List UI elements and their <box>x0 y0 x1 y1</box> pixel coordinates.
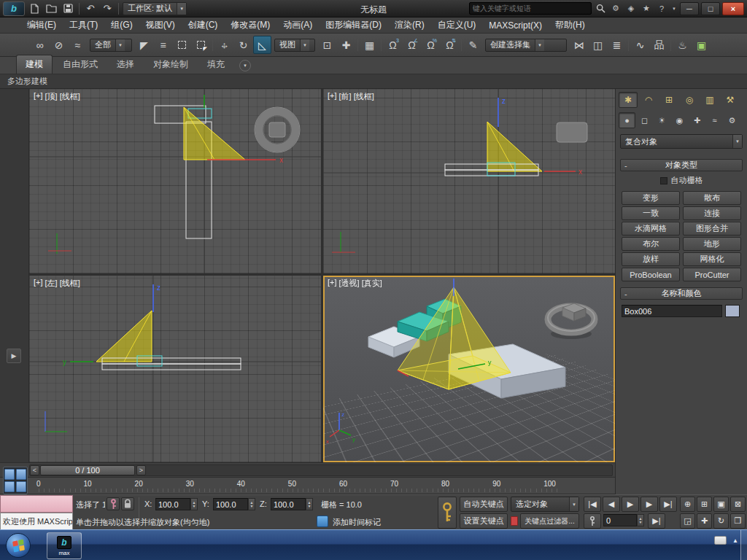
angle-snap-toggle-button[interactable]: Ω∠ <box>403 36 421 54</box>
object-category-dropdown[interactable]: 复合对象 ▼ <box>620 134 743 149</box>
helpers-category-button[interactable]: ✚ <box>689 112 705 128</box>
viewport-shading-button[interactable]: [真实] <box>362 278 382 289</box>
modify-panel-tab[interactable]: ◠ <box>639 92 658 108</box>
maxscript-mini-listener[interactable]: 欢迎使用 MAXScript <box>0 513 73 530</box>
select-by-name-button[interactable]: ≡ <box>154 36 172 54</box>
open-file-button[interactable] <box>44 1 58 16</box>
object-type-button[interactable]: 布尔 <box>622 237 680 251</box>
undo-button[interactable]: ↶ <box>83 1 98 16</box>
maximize-button[interactable]: □ <box>701 2 720 15</box>
rendered-frame-window-button[interactable]: ▣ <box>692 36 711 54</box>
viewport-shading-button[interactable]: [线框] <box>354 91 374 102</box>
select-and-move-button[interactable]: ↔↕ <box>215 36 233 54</box>
object-type-button[interactable]: 连接 <box>683 206 741 220</box>
application-menu-button[interactable]: b <box>3 1 25 16</box>
object-type-button[interactable]: ProCutter <box>683 268 741 281</box>
object-type-rollout-header[interactable]: - 对象类型 <box>620 159 743 171</box>
ribbon-tab-selection[interactable]: 选择 <box>108 55 143 74</box>
utilities-panel-tab[interactable]: ⚒ <box>721 92 740 108</box>
display-panel-tab[interactable]: ▥ <box>700 92 719 108</box>
help-chevron-icon[interactable]: ▼ <box>670 2 678 15</box>
lights-category-button[interactable]: ☀ <box>654 112 670 128</box>
menu-item[interactable]: 创建(C) <box>182 17 225 34</box>
render-setup-button[interactable]: ♨ <box>673 36 692 54</box>
save-file-button[interactable] <box>61 1 75 16</box>
schematic-view-button[interactable]: 品 <box>650 36 668 54</box>
systems-category-button[interactable]: ⚙ <box>724 112 740 128</box>
set-key-mode-button[interactable]: 设置关键点 <box>460 513 508 529</box>
touch-keyboard-icon[interactable] <box>714 536 727 545</box>
next-frame-button[interactable]: ▶ <box>640 497 658 512</box>
time-tag-icon[interactable] <box>317 516 328 527</box>
object-type-button[interactable]: 放样 <box>622 252 680 266</box>
play-animation-button[interactable]: ▶ <box>622 497 639 512</box>
polygon-modeling-panel-label[interactable]: 多边形建模 <box>7 76 47 87</box>
next-frame-arrow[interactable]: > <box>136 465 146 475</box>
go-to-end-key-button[interactable]: ▶| <box>648 513 665 529</box>
viewport-name-button[interactable]: [顶] <box>45 91 58 102</box>
torus-object-front-view[interactable] <box>557 122 587 142</box>
menu-item[interactable]: 修改器(M) <box>224 17 276 34</box>
isolate-selection-toggle[interactable] <box>107 497 120 510</box>
name-and-color-rollout-header[interactable]: - 名称和颜色 <box>620 287 743 300</box>
favorites-star-icon[interactable]: ★ <box>640 2 653 15</box>
object-type-button[interactable]: 散布 <box>683 191 741 205</box>
viewport-menu-button[interactable]: [+] <box>328 278 337 289</box>
motion-panel-tab[interactable]: ◎ <box>680 92 699 108</box>
snaps-toggle-button[interactable]: Ω3 <box>384 36 402 54</box>
spinner-snap-toggle-button[interactable]: Ω⇅ <box>441 36 459 54</box>
help-button[interactable]: ? <box>655 2 668 15</box>
rectangular-selection-region-button[interactable] <box>173 36 191 54</box>
selection-lock-toggle[interactable] <box>121 497 134 510</box>
add-time-tag[interactable]: 添加时间标记 <box>333 517 381 528</box>
auto-key-button[interactable]: 自动关键点 <box>460 497 508 512</box>
keyboard-shortcut-override-toggle[interactable]: ▦ <box>360 36 379 54</box>
pyramid-object-top-view[interactable] <box>184 107 245 160</box>
torus-object-top-view[interactable] <box>255 107 300 152</box>
percent-snap-toggle-button[interactable]: Ω% <box>422 36 440 54</box>
torus-object-3d[interactable] <box>548 303 595 339</box>
reference-coordinate-system-dropdown[interactable]: 视图 ▼ <box>274 39 315 52</box>
object-type-button[interactable]: 图形合并 <box>683 222 741 236</box>
use-pivot-point-center-button[interactable]: ⊡ <box>318 36 336 54</box>
zoom-extents-button[interactable]: ▣ <box>713 497 729 512</box>
geometry-category-button[interactable]: ● <box>619 112 635 128</box>
show-hidden-icons-button[interactable]: ▲ <box>732 537 738 544</box>
viewport-menu-button[interactable]: [+] <box>328 91 337 102</box>
viewport-name-button[interactable]: [透视] <box>339 278 360 289</box>
menu-item[interactable]: 编辑(E) <box>20 17 63 34</box>
menu-item[interactable]: 帮助(H) <box>549 17 592 34</box>
menu-item[interactable]: MAXScript(X) <box>482 18 549 33</box>
create-panel-tab[interactable]: ✱ <box>619 92 638 108</box>
layout-tabs-flyout-button[interactable]: ▶ <box>7 349 21 363</box>
show-desktop-button[interactable] <box>740 530 747 560</box>
viewport-name-button[interactable]: [左] <box>45 278 58 289</box>
layer-manager-button[interactable]: ≣ <box>608 36 626 54</box>
hierarchy-panel-tab[interactable]: ⊞ <box>659 92 678 108</box>
viewport-shading-button[interactable]: [线框] <box>60 278 80 289</box>
shapes-category-button[interactable]: ◻ <box>636 112 653 128</box>
ribbon-overflow-button[interactable]: ▾ <box>239 60 251 71</box>
sign-in-icon[interactable]: ⚙ <box>609 2 622 15</box>
viewport-front[interactable]: [+] [前] [线框] z x <box>323 89 615 273</box>
z-coordinate-field[interactable] <box>271 498 306 510</box>
time-slider-track[interactable]: < 0 / 100 > <box>29 464 613 476</box>
viewport-shading-button[interactable]: [线框] <box>60 91 80 102</box>
unlink-selection-button[interactable]: ⊘ <box>50 36 68 54</box>
object-type-button[interactable]: 水滴网格 <box>622 222 680 236</box>
select-and-manipulate-button[interactable]: ✚ <box>337 36 355 54</box>
workspace-dropdown[interactable]: 工作区: 默认 ▼ <box>123 2 187 15</box>
select-and-scale-button[interactable]: ◺ <box>253 36 271 54</box>
taskbar-item-3dsmax[interactable]: b max <box>47 532 82 559</box>
search-input[interactable] <box>473 4 582 12</box>
pyramid-object-left-view[interactable] <box>96 311 152 362</box>
viewport-left[interactable]: [+] [左] [线框] z y <box>29 276 321 462</box>
ribbon-tab-populate[interactable]: 填充 <box>198 55 233 74</box>
object-type-button[interactable]: 变形 <box>622 191 680 205</box>
object-type-button[interactable]: 地形 <box>683 237 741 251</box>
search-binoculars-icon[interactable] <box>594 2 607 15</box>
zoom-all-button[interactable]: ⊞ <box>697 497 712 512</box>
curve-editor-button[interactable]: ∿ <box>631 36 649 54</box>
selection-filter-dropdown[interactable]: 全部 ▼ <box>90 39 132 52</box>
menu-item[interactable]: 渲染(R) <box>388 17 431 34</box>
